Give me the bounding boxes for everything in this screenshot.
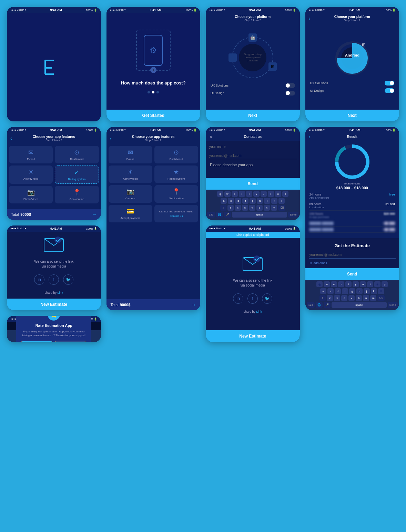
desc-field[interactable]: Please describe your app [209, 161, 297, 175]
activity-icon: ☀ [28, 168, 34, 176]
feature-rating[interactable]: ✓ Rating system [55, 165, 99, 184]
phone-illustration: ⚙ ○ [136, 30, 171, 71]
howmuch-content: ⚙ ○ How much does the app cost? [106, 13, 201, 110]
ui-toggle[interactable] [285, 91, 295, 96]
share-link[interactable]: Link [58, 291, 63, 294]
back-arrow-4[interactable]: ‹ [309, 16, 311, 21]
rating-icon: ✓ [74, 169, 79, 176]
dashboard-icon: ⊙ [74, 149, 79, 156]
feature-dashboard[interactable]: ⊙ Dashboard [55, 146, 99, 163]
screen-3-platform: ●●●● Sketch ▾ 9:41 AM 100% 🔋 Choose your… [206, 7, 300, 121]
svg-point-8 [54, 237, 61, 243]
screen-2-howmuch: ●●●● Sketch ▾ 9:41 AM 100% 🔋 ⚙ ○ How muc… [106, 7, 201, 121]
linkedin-icon-10[interactable]: in [233, 293, 243, 304]
twitter-icon[interactable]: 🐦 [63, 274, 73, 285]
cost-question: How much does the app cost? [121, 80, 186, 86]
screen4-title: Choose your platform [334, 15, 370, 19]
platform-content-4: Android ⊞ UX Solutions UI Design [305, 24, 399, 110]
screen8-header: ‹ Result [305, 133, 399, 141]
svg-text:Android: Android [345, 53, 359, 57]
f6-geo[interactable]: 📍 Geolocation [154, 185, 198, 203]
ux-toggle-row-4: UX Solutions [308, 79, 397, 87]
send-button-7[interactable]: Send [206, 178, 300, 190]
new-estimate-button-9[interactable]: New Estimate [7, 299, 101, 310]
back-arrow-5[interactable]: ‹ [10, 135, 12, 141]
screen-5-features: ●●●● Sketch ▾ 9:41 AM 100% 🔋 ‹ Choose yo… [7, 127, 101, 220]
f6-camera[interactable]: 📷 Camera [109, 185, 152, 203]
next-button-3[interactable]: Next [206, 110, 300, 121]
hours-row-4: ██████ ██████ $██ ███ [309, 220, 395, 227]
add-email-row[interactable]: ⊕ add email [309, 260, 396, 266]
status-bar-9: ●●●● Sketch ▾ 9:41 AM 100% 🔋 [7, 225, 101, 232]
screen-7-contact: ●●●● Sketch ▾ 9:41 AM 100% 🔋 ✕ Contact u… [206, 127, 300, 220]
facebook-icon-10[interactable]: f [247, 293, 258, 304]
share-text: We can also send the linkvia social medi… [34, 259, 73, 269]
modal-title: Rate Estimation App [21, 323, 87, 328]
feature-photo[interactable]: 📷 Photo/Video [9, 186, 53, 203]
android-donut: Android ⊞ [333, 39, 371, 77]
svg-text:⊞: ⊞ [362, 42, 365, 47]
linkedin-icon[interactable]: in [34, 274, 44, 285]
apple-icon[interactable] [229, 53, 237, 62]
later-button[interactable]: Later [55, 341, 87, 342]
f6-dashboard[interactable]: ⊙ Dashboard [154, 146, 198, 163]
back-arrow-6[interactable]: ‹ [110, 135, 112, 141]
email-field[interactable]: youremail@mail.com [209, 152, 297, 159]
total-bar-6: Total 9000$ → [106, 299, 201, 310]
f6-contact[interactable]: Cannot find what you need? Contact us [154, 205, 198, 222]
facebook-icon[interactable]: f [49, 274, 59, 285]
new-estimate-button-10[interactable]: New Estimate [206, 330, 300, 342]
rate-us-button[interactable]: Rate Us [21, 341, 53, 342]
get-started-button[interactable]: Get Started [106, 110, 201, 121]
feature-activity[interactable]: ☀ Activity feed [9, 165, 53, 184]
screen6-header: ‹ Choose your app features Step 2 from 2 [106, 133, 201, 144]
screen-11-rating: ●●●● Sketch ▾ 9:41 AM 100% 🔋 ⭐ Rate Esti… [7, 316, 101, 342]
name-field[interactable]: your name [209, 143, 297, 150]
ux-toggle-row: UX Solutions [209, 82, 297, 89]
contact-content: your name youremail@mail.com Please desc… [206, 141, 300, 178]
estimate-email[interactable]: youremail@mail.com [309, 251, 396, 259]
android-icon[interactable]: 🤖 [248, 33, 257, 42]
mail-icon-10 [242, 255, 263, 272]
close-icon-7[interactable]: ✕ [209, 134, 213, 139]
status-bar-7: ●●●● Sketch ▾ 9:41 AM 100% 🔋 [206, 127, 300, 133]
ux-toggle-4[interactable] [385, 81, 394, 86]
f6-activity[interactable]: ☀ Activity feed [109, 165, 152, 183]
keyboard-row-4: 123🌐🎤spaceDone [207, 212, 298, 218]
star-icon: ⭐ [48, 316, 60, 321]
ui-toggle-4[interactable] [385, 88, 394, 93]
twitter-icon-10[interactable]: 🐦 [262, 293, 272, 304]
geo-icon: 📍 [73, 189, 81, 196]
windows-icon[interactable]: ⊞ [268, 62, 277, 71]
feature-geo[interactable]: 📍 Geolocation [55, 186, 99, 203]
screen-6-features-more: ●●●● Sketch ▾ 9:41 AM 100% 🔋 ‹ Choose yo… [106, 127, 201, 310]
features-grid-5: ✉ E-mail ⊙ Dashboard ☀ Activity feed ✓ R… [7, 144, 101, 205]
f6-payment[interactable]: 💳 Accept payment [109, 205, 152, 222]
features-content-5: ✉ E-mail ⊙ Dashboard ☀ Activity feed ✓ R… [7, 144, 101, 209]
hours-row-3: 150 hours In-app purchase $20 000 [309, 211, 395, 220]
total-bar-5: Total 9000$ → [7, 209, 101, 220]
next-button-4[interactable]: Next [305, 110, 399, 121]
status-bar-8: ●●●● Sketch ▾ 9:41 AM 100% 🔋 [305, 127, 399, 133]
share-bg-11: ⭐ Rate Estimation App If you enjoy using… [7, 322, 101, 330]
get-estimate-section: Get the Estimate youremail@mail.com ⊕ ad… [305, 238, 399, 268]
get-estimate-title: Get the Estimate [309, 240, 396, 251]
ux-toggle[interactable] [285, 83, 295, 88]
send-button-8[interactable]: Send [305, 268, 399, 280]
center-text: Drag and drop development platform [239, 44, 266, 71]
share-social-10: in f 🐦 [233, 293, 272, 304]
screen4-header: ‹ Choose your platform Step 1 from 2 [305, 13, 399, 24]
f6-email[interactable]: ✉ E-mail [109, 146, 152, 163]
back-arrow-8[interactable]: ‹ [309, 134, 311, 140]
modal-text: If you enjoy using Estimation App, would… [21, 330, 87, 337]
keyboard-7: qwertyuiop asdfghjkl ⇧zxcvbnm⌫ 123🌐🎤spac… [206, 190, 300, 220]
gear-icon: ⚙ [150, 46, 157, 55]
status-bar-2: ●●●● Sketch ▾ 9:41 AM 100% 🔋 [106, 7, 201, 13]
share-link-10[interactable]: Link [256, 310, 262, 313]
f6-rating[interactable]: ★ Rating system [154, 165, 198, 183]
feature-email[interactable]: ✉ E-mail [9, 146, 53, 163]
result-donut [333, 143, 371, 181]
logo-content [7, 13, 101, 121]
keyboard-row-1: qwertyuiop [207, 191, 298, 197]
status-bar-4: ●●●● Sketch ▾ 9:41 AM 100% 🔋 [305, 7, 399, 13]
